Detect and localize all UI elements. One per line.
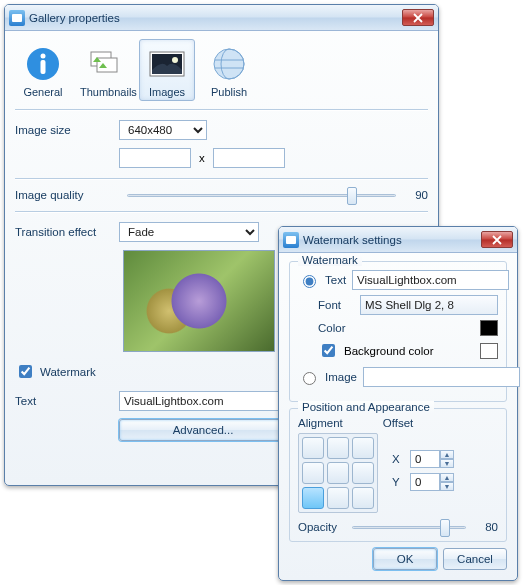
tab-images[interactable]: Images: [139, 39, 195, 101]
image-radio[interactable]: [303, 372, 316, 385]
divider: [15, 109, 428, 110]
image-size-label: Image size: [15, 124, 119, 136]
image-radio-label: Image: [325, 371, 357, 383]
tab-general-label: General: [18, 86, 68, 98]
align-br[interactable]: [352, 487, 374, 509]
watermark-title: Watermark settings: [303, 234, 481, 246]
svg-point-7: [172, 57, 178, 63]
opacity-slider[interactable]: [352, 526, 466, 529]
font-label: Font: [318, 299, 354, 311]
opacity-value: 80: [474, 521, 498, 533]
offset-y-spinner[interactable]: ▲▼: [410, 473, 454, 491]
quality-value: 90: [404, 189, 428, 201]
tab-publish-label: Publish: [204, 86, 254, 98]
chevron-up-icon[interactable]: ▲: [440, 473, 454, 482]
align-tl[interactable]: [302, 437, 324, 459]
watermark-text-field[interactable]: [352, 270, 509, 290]
divider: [15, 178, 428, 179]
color-swatch[interactable]: [480, 320, 498, 336]
watermark-text-label: Text: [15, 395, 119, 407]
app-icon: [283, 232, 299, 248]
offset-y-input[interactable]: [410, 473, 440, 491]
bgcolor-checkbox[interactable]: [322, 344, 335, 357]
images-icon: [147, 44, 187, 84]
chevron-down-icon[interactable]: ▼: [440, 482, 454, 491]
close-icon: [492, 235, 502, 245]
text-radio[interactable]: [303, 275, 316, 288]
quality-slider[interactable]: [127, 194, 396, 197]
align-mr[interactable]: [352, 462, 374, 484]
transition-select[interactable]: Fade: [119, 222, 259, 242]
advanced-button[interactable]: Advanced...: [119, 419, 287, 441]
svg-rect-2: [41, 60, 46, 74]
image-quality-label: Image quality: [15, 189, 119, 201]
align-mc[interactable]: [327, 462, 349, 484]
svg-point-1: [41, 54, 46, 59]
thumbnails-icon: [85, 44, 125, 84]
font-button[interactable]: MS Shell Dlg 2, 8: [360, 295, 498, 315]
alignment-grid: [298, 433, 378, 513]
gallery-title: Gallery properties: [29, 12, 402, 24]
watermark-settings-window: Watermark settings Watermark Text Font M…: [278, 226, 518, 581]
transition-preview: [123, 250, 275, 352]
watermark-group-title: Watermark: [298, 254, 362, 266]
tab-thumbnails-label: Thumbnails: [80, 86, 130, 98]
x-label: X: [392, 453, 404, 465]
bgcolor-label: Background color: [344, 345, 474, 357]
align-tc[interactable]: [327, 437, 349, 459]
align-ml[interactable]: [302, 462, 324, 484]
watermark-group: Watermark Text Font MS Shell Dlg 2, 8 Co…: [289, 261, 507, 402]
alignment-label: Aligment: [298, 417, 343, 429]
tab-row: General Thumbnails Images Publish: [15, 39, 428, 101]
image-height-input[interactable]: [213, 148, 285, 168]
ok-button[interactable]: OK: [373, 548, 437, 570]
info-icon: [23, 44, 63, 84]
x-separator: x: [199, 152, 205, 164]
tab-images-label: Images: [142, 86, 192, 98]
offset-x-spinner[interactable]: ▲▼: [410, 450, 454, 468]
offset-label: Offset: [383, 417, 413, 429]
text-radio-label: Text: [325, 274, 346, 286]
svg-rect-4: [97, 58, 117, 72]
watermark-checkbox-label: Watermark: [40, 366, 96, 378]
tab-publish[interactable]: Publish: [201, 39, 257, 101]
bgcolor-swatch[interactable]: [480, 343, 498, 359]
offset-x-input[interactable]: [410, 450, 440, 468]
image-size-select[interactable]: 640x480: [119, 120, 207, 140]
transition-label: Transition effect: [15, 226, 119, 238]
cancel-button[interactable]: Cancel: [443, 548, 507, 570]
gallery-titlebar[interactable]: Gallery properties: [5, 5, 438, 31]
align-bl[interactable]: [302, 487, 324, 509]
chevron-up-icon[interactable]: ▲: [440, 450, 454, 459]
divider: [15, 211, 428, 212]
align-tr[interactable]: [352, 437, 374, 459]
close-button[interactable]: [402, 9, 434, 26]
opacity-label: Opacity: [298, 521, 344, 533]
position-group: Position and Appearance Aligment Offset: [289, 408, 507, 542]
color-label: Color: [318, 322, 354, 334]
watermark-checkbox[interactable]: [19, 365, 32, 378]
watermark-titlebar[interactable]: Watermark settings: [279, 227, 517, 253]
close-icon: [413, 13, 423, 23]
close-button[interactable]: [481, 231, 513, 248]
align-bc[interactable]: [327, 487, 349, 509]
watermark-image-field[interactable]: [363, 367, 520, 387]
publish-icon: [209, 44, 249, 84]
watermark-text-input[interactable]: [119, 391, 287, 411]
app-icon: [9, 10, 25, 26]
tab-thumbnails[interactable]: Thumbnails: [77, 39, 133, 101]
image-width-input[interactable]: [119, 148, 191, 168]
tab-general[interactable]: General: [15, 39, 71, 101]
watermark-body: Watermark Text Font MS Shell Dlg 2, 8 Co…: [279, 253, 517, 580]
position-group-title: Position and Appearance: [298, 401, 434, 413]
y-label: Y: [392, 476, 404, 488]
chevron-down-icon[interactable]: ▼: [440, 459, 454, 468]
